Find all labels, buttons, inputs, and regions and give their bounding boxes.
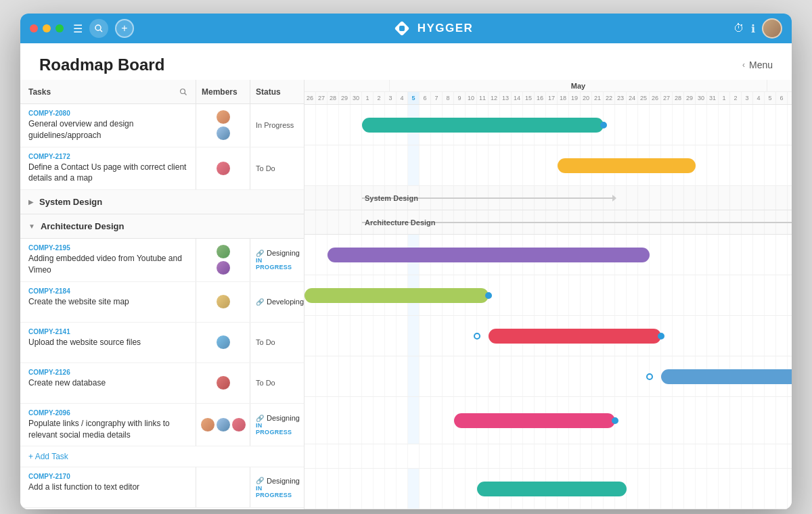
gantt-day: 1: [362, 92, 374, 104]
task-name: Add a list function to text editor: [28, 482, 187, 493]
gantt-rows-wrapper: System DesignArchitecture Design: [304, 105, 792, 509]
col-members-header: Members: [196, 80, 250, 103]
gantt-bar[interactable]: [328, 248, 650, 262]
avatar: [200, 417, 215, 432]
gantt-day: 17: [546, 92, 558, 104]
user-avatar[interactable]: [762, 18, 782, 39]
collapse-icon: ▼: [28, 223, 35, 230]
gantt-row: [304, 397, 792, 444]
task-id: COMPY-2195: [28, 244, 187, 252]
search-button[interactable]: [89, 19, 108, 38]
gantt-day: 1: [719, 92, 730, 104]
gantt-day: 9: [454, 92, 466, 104]
gantt-day: 23: [615, 92, 627, 104]
avatar: [216, 294, 231, 309]
task-members: [196, 323, 250, 363]
gantt-bar[interactable]: [558, 158, 696, 173]
svg-line-1: [100, 30, 102, 32]
mac-window: ☰ + HYGGER ⏱ ℹ: [20, 14, 792, 509]
avatar: [216, 335, 231, 350]
connector-dot: [658, 333, 664, 340]
gantt-bar[interactable]: [661, 369, 792, 384]
title-bar-right: ⏱ ℹ: [734, 18, 782, 39]
task-id: COMPY-2184: [28, 287, 187, 295]
info-icon[interactable]: ℹ: [751, 22, 755, 35]
left-panel: Tasks Members Status: [20, 80, 304, 509]
task-row: COMPY-2096 Populate links / icongraphy w…: [20, 404, 304, 447]
title-bar: ☰ + HYGGER ⏱ ℹ: [20, 14, 792, 43]
group-name: Architecture Design: [41, 221, 125, 231]
gantt-pre-month: [304, 80, 390, 91]
add-task-button[interactable]: + Add Task: [28, 452, 68, 461]
gantt-day: 26: [304, 92, 316, 104]
link-icon: 🔗: [256, 250, 264, 257]
traffic-lights: [30, 24, 64, 32]
gantt-day: 7: [788, 92, 792, 104]
task-status: To Do: [250, 363, 304, 403]
avatar: [231, 417, 246, 432]
gantt-day: 25: [638, 92, 650, 104]
gantt-bar[interactable]: [362, 118, 604, 133]
avatar: [216, 417, 231, 432]
gantt-bar[interactable]: [489, 329, 661, 344]
task-members: [196, 282, 250, 322]
gantt-bar[interactable]: [454, 413, 615, 428]
gantt-header: May 262728293012345678910111213141516171…: [304, 80, 792, 105]
col-tasks-header: Tasks: [20, 80, 196, 103]
close-button[interactable]: [30, 24, 38, 32]
gantt-row: [304, 316, 792, 356]
search-icon: [95, 24, 103, 32]
task-info: COMPY-2096 Populate links / icongraphy w…: [20, 404, 196, 446]
gantt-day: 13: [500, 92, 512, 104]
status-badge: 🔗 Designing IN PROGRESS: [256, 249, 300, 271]
status-badge: 🔗 Developing: [256, 298, 304, 306]
hamburger-icon[interactable]: ☰: [73, 22, 83, 35]
gantt-day: 20: [581, 92, 592, 104]
task-members: [196, 467, 250, 507]
connector-dot: [612, 417, 618, 424]
add-task-row: + Add Task: [20, 446, 304, 467]
avatar: [216, 260, 231, 275]
gantt-bar[interactable]: [477, 482, 627, 496]
page-title: Roadmap Board: [39, 55, 164, 74]
gantt-month-row: May: [304, 80, 792, 92]
gantt-day: 30: [696, 92, 707, 104]
task-id: COMPY-2080: [28, 110, 187, 117]
task-info: COMPY-2195 Adding embedded video from Yo…: [20, 239, 196, 281]
gantt-bar[interactable]: [304, 288, 489, 303]
task-id: COMPY-2141: [28, 328, 187, 335]
connector-dot: [474, 333, 480, 340]
group-row-architecture-design[interactable]: ▼ Architecture Design: [20, 214, 304, 239]
gantt-row: [304, 356, 792, 397]
gantt-row: [304, 469, 792, 509]
gantt-panel: May 262728293012345678910111213141516171…: [304, 80, 792, 509]
task-info: COMPY-2170 Add a list function to text e…: [20, 467, 196, 507]
gantt-day: 7: [431, 92, 443, 104]
task-row: COMPY-2141 Upload the website source fil…: [20, 323, 304, 363]
gantt-day: 29: [684, 92, 696, 104]
maximize-button[interactable]: [55, 24, 64, 32]
task-name: General overview and design guidelines/a…: [28, 118, 187, 141]
gantt-month-may: May: [390, 80, 767, 91]
task-row: COMPY-2184 Create the website site map 🔗…: [20, 282, 304, 323]
avatar: [216, 375, 231, 390]
group-row-system-design[interactable]: ▶ System Design: [20, 190, 304, 214]
history-icon[interactable]: ⏱: [734, 22, 744, 34]
gantt-day: 30: [351, 92, 362, 104]
avatar: [216, 126, 231, 141]
task-status: 🔗 Designing IN PROGRESS: [250, 239, 304, 281]
tasks-search-icon[interactable]: [179, 88, 187, 96]
minimize-button[interactable]: [43, 24, 51, 32]
task-members: [196, 104, 250, 147]
menu-button[interactable]: ‹ Menu: [742, 60, 773, 70]
task-row: COMPY-2195 Adding embedded video from Yo…: [20, 239, 304, 282]
gantt-day: 29: [339, 92, 351, 104]
group-span-label: Architecture Design: [365, 218, 436, 227]
add-button[interactable]: +: [115, 19, 134, 38]
avatar: [216, 161, 231, 176]
gantt-day: 16: [535, 92, 546, 104]
task-info: COMPY-2080 General overview and design g…: [20, 104, 196, 147]
connector-dot: [485, 292, 492, 299]
menu-label: Menu: [749, 60, 773, 70]
group-name: System Design: [39, 197, 102, 207]
